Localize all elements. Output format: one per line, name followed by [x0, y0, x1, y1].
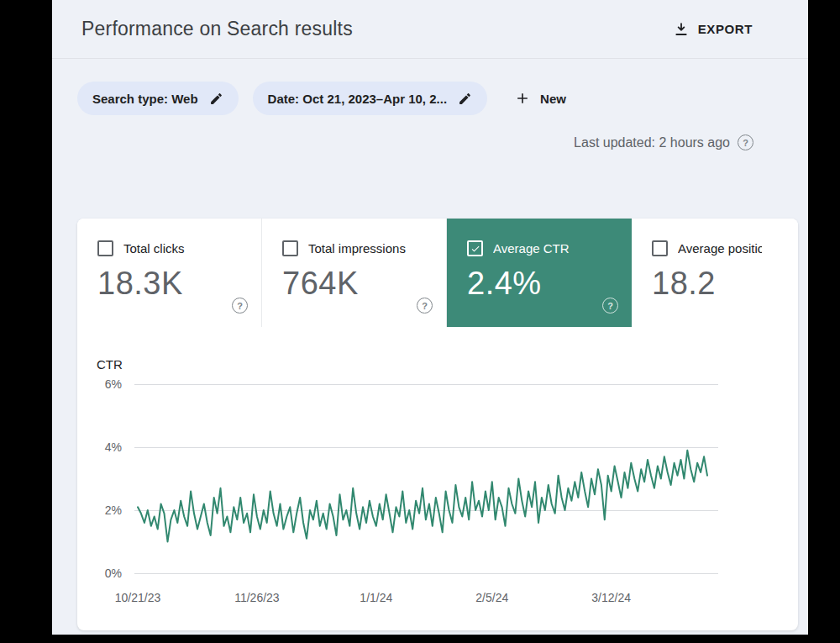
metric-value: 18.2	[652, 266, 798, 302]
metrics-row: Total clicks 18.3K ? Total impressions 7…	[77, 219, 798, 327]
x-tick-label: 11/26/23	[219, 591, 295, 604]
search-type-chip-label: Search type: Web	[92, 92, 198, 106]
performance-card: Total clicks 18.3K ? Total impressions 7…	[77, 219, 798, 630]
export-label: EXPORT	[698, 22, 753, 36]
average-ctr-checkbox[interactable]	[467, 240, 483, 256]
ctr-chart-canvas	[134, 384, 718, 573]
ctr-line-series	[138, 451, 707, 542]
download-icon	[674, 22, 689, 37]
metric-value: 2.4%	[467, 266, 632, 302]
y-tick-label: 2%	[77, 503, 122, 517]
export-button[interactable]: EXPORT	[674, 22, 753, 37]
average-position-checkbox[interactable]	[652, 240, 668, 256]
metric-value: 764K	[282, 266, 446, 302]
new-button-label: New	[540, 92, 566, 106]
metric-value: 18.3K	[97, 266, 261, 302]
edit-icon	[458, 92, 472, 106]
metric-label: Total clicks	[123, 241, 185, 256]
last-updated-status: Last updated: 2 hours ago ?	[574, 134, 753, 150]
help-icon[interactable]: ?	[738, 134, 753, 150]
help-icon[interactable]: ?	[602, 298, 618, 314]
ctr-chart: CTR 6%4%2%0% 10/21/2311/26/231/1/242/5/2…	[77, 327, 798, 630]
last-updated-text: Last updated: 2 hours ago	[574, 135, 730, 150]
y-tick-label: 0%	[77, 567, 122, 580]
date-filter-chip[interactable]: Date: Oct 21, 2023–Apr 10, 2...	[253, 82, 487, 115]
total-impressions-checkbox[interactable]	[282, 240, 298, 256]
search-type-filter-chip[interactable]: Search type: Web	[77, 82, 239, 115]
help-icon[interactable]: ?	[417, 298, 433, 314]
search-console-performance-page: Performance on Search results EXPORT Sea…	[52, 0, 808, 635]
metric-label: Average CTR	[493, 241, 570, 256]
check-icon	[470, 244, 480, 254]
metric-label-row: Average CTR	[467, 240, 632, 256]
date-chip-label: Date: Oct 21, 2023–Apr 10, 2...	[268, 92, 447, 106]
metric-card-total-impressions[interactable]: Total impressions 764K ?	[262, 219, 447, 327]
y-tick-label: 4%	[77, 440, 122, 454]
metric-label-row: Average position	[652, 240, 798, 256]
metric-card-total-clicks[interactable]: Total clicks 18.3K ?	[77, 219, 262, 327]
help-icon[interactable]: ?	[232, 298, 248, 314]
chart-title: CTR	[97, 357, 123, 372]
metric-card-average-ctr[interactable]: Average CTR 2.4% ?	[447, 219, 632, 327]
plus-icon	[514, 90, 531, 107]
x-tick-label: 2/5/24	[454, 591, 530, 604]
x-tick-label: 1/1/24	[339, 591, 414, 604]
metric-label: Average position	[678, 241, 762, 256]
new-filter-button[interactable]: New	[514, 90, 566, 107]
total-clicks-checkbox[interactable]	[97, 240, 113, 256]
metric-card-average-position[interactable]: Average position 18.2	[632, 219, 798, 327]
metric-label: Total impressions	[308, 241, 406, 256]
edit-icon	[209, 92, 223, 106]
x-tick-label: 10/21/23	[100, 591, 176, 604]
x-tick-label: 3/12/24	[574, 591, 649, 604]
page-title: Performance on Search results	[81, 18, 353, 40]
y-tick-label: 6%	[77, 377, 122, 391]
filters-row: Search type: Web Date: Oct 21, 2023–Apr …	[77, 82, 566, 115]
page-header: Performance on Search results EXPORT	[52, 0, 808, 59]
gridline	[134, 573, 718, 574]
metric-label-row: Total impressions	[282, 240, 446, 256]
metric-label-row: Total clicks	[97, 240, 261, 256]
